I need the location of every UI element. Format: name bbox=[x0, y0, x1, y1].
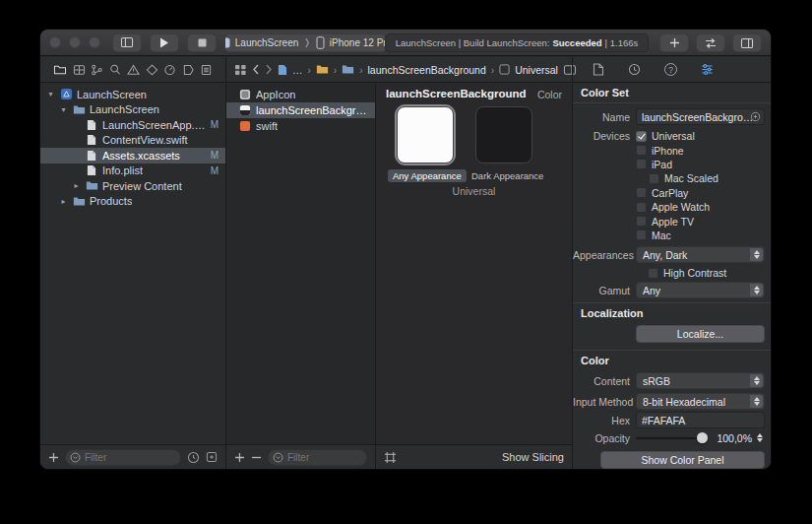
add-asset-icon[interactable] bbox=[234, 452, 245, 463]
test-navigator-icon[interactable] bbox=[146, 64, 158, 76]
navigator-filter-input[interactable] bbox=[66, 450, 180, 465]
breadcrumb-leaf[interactable]: Universal bbox=[515, 64, 558, 76]
asset-filter-input[interactable] bbox=[269, 450, 366, 465]
dark-appearance-swatch[interactable] bbox=[475, 106, 532, 164]
asset-item-swift[interactable]: swift bbox=[226, 118, 375, 134]
toggle-navigator-button[interactable] bbox=[112, 33, 142, 52]
navigator-item-info-plist[interactable]: Info.plistM bbox=[40, 164, 225, 179]
breadcrumb-file-icon[interactable] bbox=[278, 64, 287, 76]
opacity-slider[interactable] bbox=[636, 429, 708, 446]
disclosure-triangle-icon[interactable]: ▸ bbox=[72, 181, 81, 190]
debug-navigator-icon[interactable] bbox=[163, 64, 176, 76]
stop-button[interactable] bbox=[187, 33, 217, 52]
attributes-inspector-icon[interactable] bbox=[701, 63, 714, 76]
asset-item-launchscreenbackground[interactable]: launchScreenBackground bbox=[226, 102, 375, 118]
color-variant-dark[interactable]: Dark Appearance bbox=[467, 106, 541, 183]
hex-value: #FAFAFA bbox=[642, 415, 685, 426]
quick-help-inspector-icon[interactable] bbox=[664, 63, 677, 76]
navigator-item-launchscreen[interactable]: ▾LaunchScreen bbox=[40, 87, 225, 102]
issue-navigator-icon[interactable] bbox=[127, 64, 140, 76]
project-navigator: ▾LaunchScreen▾LaunchScreenLaunchScreenAp… bbox=[40, 84, 225, 469]
name-field[interactable]: launchScreenBackground bbox=[636, 108, 765, 125]
opacity-row: Opacity 100,0% bbox=[573, 428, 765, 447]
source-control-navigator-icon[interactable] bbox=[73, 64, 86, 76]
remove-asset-icon[interactable] bbox=[251, 452, 262, 463]
localize-button[interactable]: Localize... bbox=[636, 325, 765, 343]
input-method-popup[interactable]: 8-bit Hexadecimal bbox=[636, 393, 765, 410]
checkbox-universal[interactable] bbox=[636, 131, 647, 142]
forward-button-icon[interactable] bbox=[265, 64, 273, 75]
breakpoint-navigator-icon[interactable] bbox=[182, 64, 195, 76]
checkbox-carplay[interactable] bbox=[636, 187, 647, 198]
asset-catalog-icon bbox=[85, 150, 98, 162]
run-button[interactable] bbox=[150, 33, 179, 52]
file-name: Preview Content bbox=[102, 180, 182, 192]
navigator-item-launchscreen[interactable]: ▾LaunchScreen bbox=[40, 102, 225, 118]
device-label: iPhone bbox=[652, 145, 684, 157]
checkbox-ipad[interactable] bbox=[636, 159, 647, 169]
appearances-popup[interactable]: Any, Dark bbox=[636, 246, 765, 263]
related-items-icon[interactable] bbox=[234, 64, 247, 76]
plus-icon bbox=[669, 37, 680, 48]
show-slicing-button[interactable]: Show Slicing bbox=[502, 451, 564, 463]
navigator-item-products[interactable]: ▸Products bbox=[40, 194, 225, 210]
any-appearance-swatch[interactable] bbox=[397, 106, 454, 164]
library-add-button[interactable] bbox=[659, 33, 689, 52]
opacity-stepper-icon[interactable] bbox=[754, 430, 765, 445]
disclosure-triangle-icon[interactable]: ▾ bbox=[59, 105, 68, 114]
window-controls bbox=[49, 36, 100, 48]
high-contrast-checkbox[interactable] bbox=[648, 268, 658, 279]
activity-view[interactable]: LaunchScreen | Build LaunchScreen: Succe… bbox=[385, 33, 649, 52]
slider-knob[interactable] bbox=[697, 432, 708, 443]
file-name: LaunchScreenApp.swift bbox=[102, 119, 207, 131]
checkbox-iphone[interactable] bbox=[636, 145, 647, 156]
gamut-popup[interactable]: Any bbox=[636, 282, 765, 298]
breadcrumb-folder-icon[interactable] bbox=[342, 64, 354, 75]
navigator-item-launchscreenapp-swift[interactable]: LaunchScreenApp.swiftM bbox=[40, 117, 225, 133]
checkbox-apple-watch[interactable] bbox=[636, 202, 647, 213]
show-color-panel-row: Show Color Panel bbox=[573, 450, 765, 469]
report-navigator-icon[interactable] bbox=[200, 64, 213, 76]
content-popup[interactable]: sRGB bbox=[636, 372, 765, 389]
slicing-icon[interactable] bbox=[384, 451, 397, 464]
file-inspector-icon[interactable] bbox=[593, 63, 604, 76]
checkbox-mac-scaled[interactable] bbox=[649, 173, 659, 184]
add-file-icon[interactable] bbox=[48, 452, 59, 463]
name-label: Name bbox=[573, 111, 636, 123]
navigator-item-assets-xcassets[interactable]: Assets.xcassetsM bbox=[40, 148, 225, 164]
asset-filter-field[interactable] bbox=[268, 449, 367, 466]
hex-field[interactable]: #FAFAFA bbox=[636, 412, 765, 428]
navigator-item-preview-content[interactable]: ▸Preview Content bbox=[40, 178, 225, 194]
toggle-inspectors-button[interactable] bbox=[732, 33, 762, 52]
minimize-window-button[interactable] bbox=[69, 36, 81, 48]
symbol-navigator-icon[interactable] bbox=[91, 64, 103, 76]
code-review-button[interactable] bbox=[696, 33, 725, 52]
scheme-selector[interactable]: LaunchScreen ❭ iPhone 12 Pro bbox=[224, 33, 387, 52]
content-row: Content sRGB bbox=[573, 371, 765, 390]
asset-item-appicon[interactable]: AppIcon bbox=[226, 87, 375, 102]
name-action-icon[interactable] bbox=[750, 111, 761, 122]
checkbox-mac[interactable] bbox=[636, 229, 647, 240]
recent-files-filter-icon[interactable] bbox=[187, 451, 200, 464]
show-color-panel-button[interactable]: Show Color Panel bbox=[600, 451, 765, 469]
disclosure-triangle-icon[interactable]: ▸ bbox=[59, 197, 68, 206]
project-navigator-icon[interactable] bbox=[53, 64, 67, 76]
history-inspector-icon[interactable] bbox=[628, 63, 641, 76]
navigator-item-contentview-swift[interactable]: ContentView.swift bbox=[40, 133, 225, 149]
color-variant-any[interactable]: Any Appearance bbox=[388, 106, 463, 183]
variant-label: Any Appearance bbox=[388, 169, 467, 182]
sidebar-right-icon bbox=[740, 37, 754, 49]
breadcrumb-folder-icon[interactable] bbox=[316, 64, 329, 75]
scm-status-filter-icon[interactable] bbox=[206, 451, 218, 463]
breadcrumb-asset-name[interactable]: launchScreenBackground bbox=[368, 64, 486, 76]
navigator-filter-field[interactable] bbox=[65, 449, 181, 466]
disclosure-triangle-icon[interactable]: ▾ bbox=[46, 90, 55, 98]
back-button-icon[interactable] bbox=[252, 64, 260, 75]
checkbox-apple-tv[interactable] bbox=[636, 216, 647, 227]
close-window-button[interactable] bbox=[49, 36, 61, 48]
asset-title: launchScreenBackground bbox=[386, 88, 527, 99]
find-navigator-icon[interactable] bbox=[109, 64, 122, 76]
zoom-window-button[interactable] bbox=[89, 36, 100, 48]
breadcrumb-ellipsis[interactable]: … bbox=[292, 64, 303, 76]
device-label: Apple TV bbox=[652, 216, 694, 228]
